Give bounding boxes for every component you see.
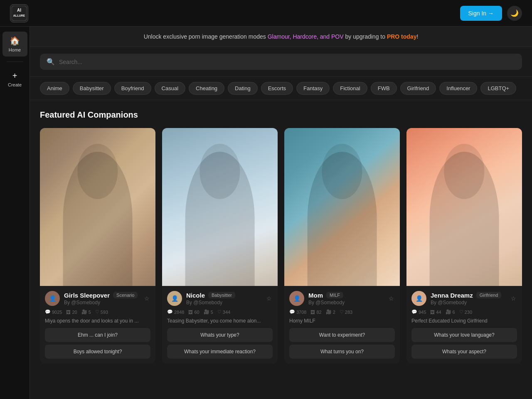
card-description-mom: Horny MILF xyxy=(289,318,395,324)
star-button-jenna[interactable]: ☆ xyxy=(510,294,517,303)
card-description-jenna: Perfect Educated Loving Girlfriend xyxy=(411,318,517,324)
card-image-girls xyxy=(40,128,155,286)
card-actions-mom: Want to experiment? What turns you on? xyxy=(289,328,395,359)
layout: 🏠 Home + Create Unlock exclusive porn im… xyxy=(0,27,532,399)
cards-grid: 👤 Girls Sleepover Scenario By @Somebody … xyxy=(40,128,522,364)
sidebar-divider xyxy=(7,62,23,62)
card-tag-girls: Scenario xyxy=(113,292,138,298)
card-name-row-nicole: Nicole Babysitter xyxy=(186,292,261,299)
action-btn-girls-2[interactable]: Boys allowed tonight? xyxy=(45,345,150,359)
figure-jenna xyxy=(406,128,522,286)
sidebar: 🏠 Home + Create xyxy=(0,27,30,399)
action-btn-mom-1[interactable]: Want to experiment? xyxy=(289,328,395,342)
figure-mom xyxy=(284,128,400,286)
tag-influencer[interactable]: Influencer xyxy=(439,82,477,95)
tag-dating[interactable]: Dating xyxy=(228,82,258,95)
card-info-mom: 👤 Mom MILF By @Somebody ☆ 💬3 xyxy=(284,286,400,364)
main-content: Unlock exclusive porn image generation m… xyxy=(30,27,532,399)
messages-icon: 💬 xyxy=(45,309,51,315)
card-header-jenna: 👤 Jenna Dreamz Girlfriend By @Somebody ☆ xyxy=(411,291,517,306)
svg-text:AI: AI xyxy=(17,8,21,12)
stat-messages-nicole: 💬2848 xyxy=(167,309,184,315)
card-meta-girls: Girls Sleepover Scenario By @Somebody xyxy=(64,292,139,305)
figure-girls xyxy=(40,128,155,286)
banner-text-middle: by upgrading to xyxy=(344,33,387,40)
stat-videos-girls: 🎥5 xyxy=(81,309,91,315)
header-right: Sign In → 🌙 xyxy=(460,6,522,21)
home-icon: 🏠 xyxy=(10,36,20,46)
card-tag-jenna: Girlfriend xyxy=(476,292,502,298)
tag-casual[interactable]: Casual xyxy=(155,82,185,95)
stat-likes-jenna: ♡230 xyxy=(459,309,472,315)
card-nicole[interactable]: 👤 Nicole Babysitter By @Somebody ☆ xyxy=(162,128,278,364)
tag-lgbtq[interactable]: LGBTQ+ xyxy=(480,82,516,95)
card-header-girls: 👤 Girls Sleepover Scenario By @Somebody … xyxy=(45,291,150,306)
featured-title: Featured AI Companions xyxy=(40,110,522,120)
messages-icon-n: 💬 xyxy=(167,309,173,315)
card-jenna[interactable]: 👤 Jenna Dreamz Girlfriend By @Somebody ☆ xyxy=(406,128,522,364)
images-icon: 🖼 xyxy=(66,310,71,315)
tag-escorts[interactable]: Escorts xyxy=(261,82,293,95)
search-input[interactable] xyxy=(59,59,515,65)
dark-mode-button[interactable]: 🌙 xyxy=(507,6,522,21)
messages-icon-j: 💬 xyxy=(411,309,417,315)
avatar-jenna: 👤 xyxy=(411,291,426,306)
logo: AI ALLURE xyxy=(10,4,28,22)
search-box: 🔍 xyxy=(40,54,522,70)
header: AI ALLURE Sign In → 🌙 xyxy=(0,0,532,27)
action-btn-jenna-1[interactable]: Whats your love language? xyxy=(411,328,517,342)
search-container: 🔍 xyxy=(30,47,532,77)
card-stats-jenna: 💬945 🖼44 🎥6 ♡230 xyxy=(411,309,517,315)
card-stats-girls: 💬9025 🖼20 🎥5 ♡593 xyxy=(45,309,150,315)
tag-cheating[interactable]: Cheating xyxy=(189,82,224,95)
create-icon: + xyxy=(12,71,17,81)
banner-pro: PRO today xyxy=(387,33,417,40)
action-btn-girls-1[interactable]: Ehm ... can I join? xyxy=(45,328,150,342)
star-button-mom[interactable]: ☆ xyxy=(388,294,395,303)
card-stats-mom: 💬3708 🖼82 🎥2 ♡283 xyxy=(289,309,395,315)
sidebar-item-home[interactable]: 🏠 Home xyxy=(2,32,27,57)
card-actions-girls: Ehm ... can I join? Boys allowed tonight… xyxy=(45,328,150,359)
stat-videos-nicole: 🎥5 xyxy=(204,309,213,315)
star-button-girls[interactable]: ☆ xyxy=(143,294,150,303)
tag-fantasy[interactable]: Fantasy xyxy=(296,82,330,95)
stat-likes-mom: ♡283 xyxy=(340,309,352,315)
card-info-nicole: 👤 Nicole Babysitter By @Somebody ☆ xyxy=(162,286,278,364)
tag-babysitter[interactable]: Babysitter xyxy=(73,82,111,95)
tag-boyfriend[interactable]: Boyfriend xyxy=(114,82,151,95)
stat-messages-jenna: 💬945 xyxy=(411,309,426,315)
card-name-row-jenna: Jenna Dreamz Girlfriend xyxy=(431,292,506,299)
avatar-mom: 👤 xyxy=(289,291,304,306)
action-btn-nicole-2[interactable]: Whats your immediate reaction? xyxy=(167,345,273,359)
videos-icon-j: 🎥 xyxy=(446,309,451,315)
card-mom[interactable]: 👤 Mom MILF By @Somebody ☆ 💬3 xyxy=(284,128,400,364)
card-image-mom xyxy=(284,128,400,286)
images-icon-m: 🖼 xyxy=(310,310,315,315)
banner-text-before: Unlock exclusive porn image generation m… xyxy=(144,33,268,40)
card-name-nicole: Nicole xyxy=(186,292,205,299)
tag-fictional[interactable]: Fictional xyxy=(333,82,367,95)
card-image-jenna xyxy=(406,128,522,286)
logo-icon: AI ALLURE xyxy=(10,4,28,22)
images-icon-n: 🖼 xyxy=(188,310,193,315)
likes-icon-m: ♡ xyxy=(340,309,344,315)
stat-likes-girls: ♡593 xyxy=(95,309,108,315)
action-btn-jenna-2[interactable]: Whats your aspect? xyxy=(411,345,517,359)
tag-girlfriend[interactable]: Girlfriend xyxy=(400,82,436,95)
card-author-mom: By @Somebody xyxy=(308,300,384,305)
action-btn-mom-2[interactable]: What turns you on? xyxy=(289,345,395,359)
action-btn-nicole-1[interactable]: Whats your type? xyxy=(167,328,273,342)
star-button-nicole[interactable]: ☆ xyxy=(266,294,273,303)
card-tag-mom: MILF xyxy=(326,292,343,298)
tag-fwb[interactable]: FWB xyxy=(371,82,397,95)
likes-icon: ♡ xyxy=(95,309,99,315)
card-girls-sleepover[interactable]: 👤 Girls Sleepover Scenario By @Somebody … xyxy=(40,128,155,364)
card-header-mom: 👤 Mom MILF By @Somebody ☆ xyxy=(289,291,395,306)
stat-images-jenna: 🖼44 xyxy=(430,309,441,315)
tag-anime[interactable]: Anime xyxy=(40,82,69,95)
svg-text:ALLURE: ALLURE xyxy=(13,14,25,17)
sidebar-item-create[interactable]: + Create xyxy=(2,67,27,91)
avatar-nicole: 👤 xyxy=(167,291,182,306)
sign-in-button[interactable]: Sign In → xyxy=(460,6,502,21)
card-description-girls: Miya opens the door and looks at you in … xyxy=(45,318,150,324)
